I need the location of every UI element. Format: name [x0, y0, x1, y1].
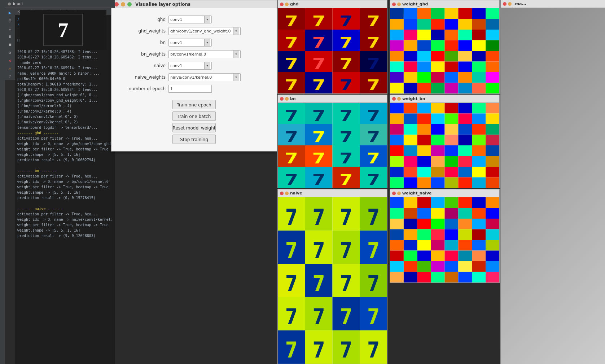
- panel-naive-close[interactable]: [280, 192, 284, 195]
- settings-icon[interactable]: ⚙: [6, 49, 14, 56]
- svg-rect-145: [472, 103, 486, 114]
- vis-bn-weights-arrow[interactable]: ▾: [233, 51, 239, 58]
- console-content: /home/woh/Documents/PythonProject/... /h…: [15, 15, 115, 364]
- vis-naive-weights-arrow[interactable]: ▾: [233, 74, 239, 81]
- panel-weight-bn-title: weight_bn: [402, 96, 425, 101]
- down-icon[interactable]: ↓: [6, 25, 14, 32]
- panel-right-placeholder: [501, 8, 605, 364]
- svg-rect-279: [445, 240, 459, 251]
- reset-weight-button[interactable]: Reset model weight: [172, 123, 216, 132]
- svg-rect-170: [486, 135, 499, 146]
- vis-ghd-arrow[interactable]: ▾: [204, 16, 210, 23]
- svg-rect-45: [417, 8, 431, 19]
- panel-bn: bn 7 7 7 7 7 7 7: [277, 95, 387, 188]
- svg-rect-104: [458, 83, 472, 94]
- svg-rect-47: [445, 8, 459, 19]
- vis-naive-weights-combo[interactable]: naive/conv1/kernel:0 ▾: [168, 73, 241, 81]
- weight-ghd-heatmap: [390, 8, 499, 93]
- vis-minimize-button[interactable]: [121, 2, 125, 6]
- vis-ghd-weights-arrow[interactable]: ▾: [233, 27, 239, 35]
- svg-rect-250: [486, 197, 499, 208]
- panel-bn-close[interactable]: [280, 97, 284, 101]
- svg-rect-76: [404, 51, 417, 62]
- svg-rect-87: [445, 62, 459, 73]
- vis-row-naive-weights: naive_weights naive/conv1/kernel:0 ▾: [122, 73, 266, 81]
- panel-bn-min[interactable]: [285, 97, 289, 101]
- console-line: (u'naive/conv2/kernel:0', 2): [17, 119, 113, 125]
- svg-rect-97: [472, 72, 486, 83]
- console-line: weight.shape -> [5, 5, 1, 16]: [17, 152, 113, 157]
- svg-text:7: 7: [339, 171, 353, 188]
- vis-row-epoch: number of epoch: [122, 85, 266, 93]
- panel-weight-ghd-close[interactable]: [392, 3, 396, 6]
- vis-bn-weights-combo[interactable]: bn/conv1/kernel:0 ▾: [168, 50, 241, 58]
- svg-rect-178: [486, 145, 499, 156]
- pause-icon[interactable]: ⏸: [6, 33, 14, 40]
- stop-icon[interactable]: ⏹: [6, 41, 14, 48]
- svg-text:7: 7: [285, 13, 298, 30]
- error-icon[interactable]: ✕: [6, 57, 14, 64]
- stop-training-button[interactable]: Stop training: [172, 135, 216, 144]
- svg-rect-106: [486, 83, 499, 94]
- svg-text:7: 7: [340, 205, 352, 230]
- weight-naive-heatmap: [390, 197, 499, 282]
- panel-right-min[interactable]: [508, 2, 512, 6]
- svg-rect-244: [404, 197, 417, 208]
- vis-bn-label: bn: [122, 40, 166, 45]
- help-icon[interactable]: ?: [6, 73, 14, 80]
- warning-icon[interactable]: ⚠: [6, 65, 14, 72]
- svg-rect-95: [445, 72, 459, 83]
- vis-bn-arrow[interactable]: ▾: [204, 39, 210, 46]
- vis-epoch-input[interactable]: [168, 85, 212, 93]
- console-line: (u'ghn/conv2/conv_ghd_weight:0', 1...: [17, 98, 113, 103]
- svg-rect-172: [404, 145, 417, 156]
- panel-weight-bn-close[interactable]: [392, 97, 396, 101]
- svg-rect-305: [472, 272, 486, 283]
- panel-weight-naive-close[interactable]: [392, 192, 396, 195]
- svg-rect-71: [445, 40, 459, 51]
- svg-rect-54: [431, 19, 445, 30]
- svg-rect-72: [458, 40, 472, 51]
- naive-heatmap: 7 7 7 7 7 7 7 7 7 7 7 7 7 7 7 7 7 7 7 7: [278, 197, 387, 364]
- console-line: 2018-02-27 16:18:26.605914: I tens...: [17, 65, 113, 71]
- panel-bn-content: 7 7 7 7 7 7 7 7 7 7 7 7 7 7 7 7: [278, 103, 387, 188]
- svg-rect-102: [431, 83, 445, 94]
- panel-ghd-close[interactable]: [280, 3, 284, 6]
- structure-icon[interactable]: ⊞: [6, 17, 14, 24]
- vis-ghd-weights-label: ghd_weights: [122, 28, 166, 34]
- vis-ghd-combo[interactable]: conv1 ▾: [168, 16, 212, 23]
- panel-weight-bn-content: [390, 103, 499, 188]
- train-batch-button[interactable]: Train one batch: [172, 111, 216, 121]
- svg-rect-269: [417, 229, 431, 240]
- train-epoch-button[interactable]: Train one epoch: [172, 100, 216, 109]
- vis-maximize-button[interactable]: [127, 2, 132, 6]
- svg-text:7: 7: [312, 150, 325, 167]
- vis-naive-weights-label: naive_weights: [122, 75, 166, 80]
- run-icon[interactable]: ▶: [6, 9, 14, 16]
- svg-text:7: 7: [285, 150, 298, 167]
- vis-ghd-value: conv1: [170, 17, 204, 22]
- panel-right-close[interactable]: [503, 2, 507, 6]
- svg-rect-57: [472, 19, 486, 30]
- panel-ghd-min[interactable]: [285, 3, 289, 6]
- svg-rect-154: [486, 114, 499, 124]
- svg-text:7: 7: [285, 238, 298, 263]
- svg-rect-248: [458, 197, 472, 208]
- vis-bn-combo[interactable]: conv1 ▾: [168, 39, 212, 47]
- panel-weight-naive-titlebar: weight_naive: [390, 189, 499, 197]
- svg-rect-278: [431, 240, 445, 251]
- panel-weight-naive-min[interactable]: [397, 192, 401, 195]
- panel-naive-min[interactable]: [285, 192, 289, 195]
- svg-rect-48: [458, 8, 472, 19]
- vis-naive-arrow[interactable]: ▾: [204, 62, 210, 69]
- vis-naive-combo[interactable]: conv1 ▾: [168, 62, 212, 70]
- svg-rect-195: [390, 177, 404, 188]
- panel-weight-ghd-min[interactable]: [397, 3, 401, 6]
- panel-weight-bn-min[interactable]: [397, 97, 401, 101]
- svg-rect-274: [486, 229, 499, 240]
- svg-text:7: 7: [312, 271, 325, 296]
- console-line: 2018-02-27 16:18:26.605934: I tens...: [17, 87, 113, 92]
- vis-ghd-weights-combo[interactable]: ghn/conv1/conv_ghd_weight:0 ▾: [168, 27, 241, 35]
- svg-rect-147: [390, 114, 404, 124]
- svg-rect-184: [458, 156, 472, 167]
